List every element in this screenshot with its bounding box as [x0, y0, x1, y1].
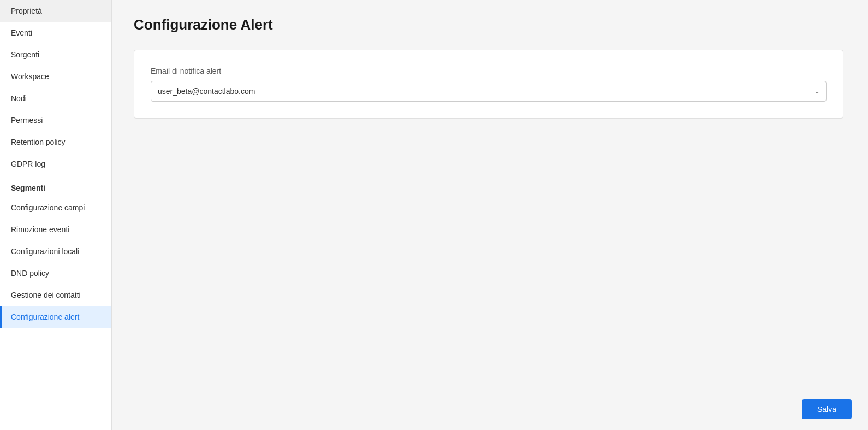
- sidebar-item-retention-policy[interactable]: Retention policy: [0, 131, 111, 153]
- main-content: Configurazione Alert Email di notifica a…: [112, 0, 868, 430]
- save-button-wrapper: Salva: [802, 399, 852, 419]
- alert-config-card: Email di notifica alert user_beta@contac…: [134, 50, 843, 119]
- sidebar: ProprietàEventiSorgentiWorkspaceNodiPerm…: [0, 0, 112, 430]
- sidebar-item-nodi[interactable]: Nodi: [0, 87, 111, 109]
- sidebar-item-proprieta[interactable]: Proprietà: [0, 0, 111, 22]
- email-select-wrapper: user_beta@contactlabo.com ⌄: [151, 81, 827, 102]
- email-select[interactable]: user_beta@contactlabo.com: [151, 81, 827, 102]
- page-title: Configurazione Alert: [134, 16, 846, 33]
- sidebar-item-sorgenti[interactable]: Sorgenti: [0, 44, 111, 66]
- sidebar-item-workspace[interactable]: Workspace: [0, 66, 111, 87]
- sidebar-item-eventi[interactable]: Eventi: [0, 22, 111, 44]
- sidebar-item-configurazione-campi[interactable]: Configurazione campi: [0, 197, 111, 219]
- email-field-label: Email di notifica alert: [151, 67, 827, 75]
- save-button[interactable]: Salva: [802, 399, 852, 419]
- sidebar-item-permessi[interactable]: Permessi: [0, 109, 111, 131]
- sidebar-section-segmenti: Segmenti: [0, 175, 111, 197]
- sidebar-item-dnd-policy[interactable]: DND policy: [0, 262, 111, 284]
- sidebar-item-gestione-dei-contatti[interactable]: Gestione dei contatti: [0, 284, 111, 306]
- sidebar-item-configurazioni-locali[interactable]: Configurazioni locali: [0, 240, 111, 262]
- sidebar-item-rimozione-eventi[interactable]: Rimozione eventi: [0, 219, 111, 240]
- sidebar-item-configurazione-alert[interactable]: Configurazione alert: [0, 306, 111, 328]
- sidebar-item-gdpr-log[interactable]: GDPR log: [0, 153, 111, 175]
